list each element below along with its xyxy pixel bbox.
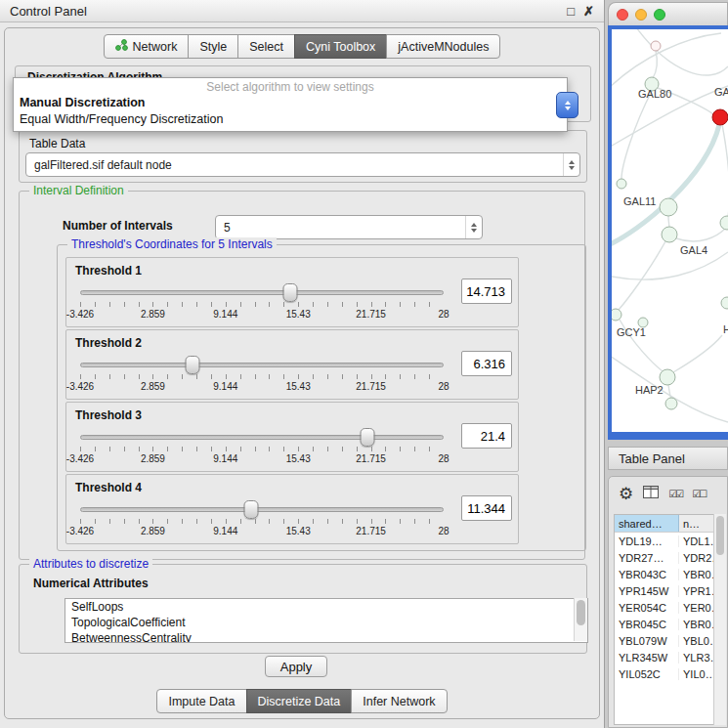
- network-edge: [676, 229, 725, 241]
- table-row[interactable]: YPR145WYPR1…: [615, 582, 714, 599]
- table-row[interactable]: YLR345WYLR3…: [615, 649, 714, 665]
- table-row[interactable]: YBR043CYBR0…: [615, 566, 714, 582]
- table-toolbar: ⚙ ☑☑ ☑☐: [609, 477, 727, 510]
- close-icon[interactable]: ✗: [583, 4, 594, 19]
- attributes-scrollbar[interactable]: [574, 598, 587, 641]
- apply-button[interactable]: Apply: [265, 656, 327, 677]
- network-canvas[interactable]: GAL80GAGAL11GAL4GCY1HAP2H: [612, 29, 728, 432]
- select-some-columns-icon[interactable]: ☑☐: [692, 489, 706, 499]
- tab-style[interactable]: Style: [188, 34, 238, 59]
- slider-scale: -3.4262.8599.14415.4321.71528: [80, 381, 444, 393]
- slider-thumb[interactable]: [243, 500, 258, 519]
- table-cell[interactable]: YIL052C: [615, 668, 679, 680]
- table-cell[interactable]: YIL0…: [679, 668, 714, 680]
- dropdown-arrows-icon[interactable]: [563, 153, 579, 176]
- table-cell[interactable]: YLR3…: [679, 652, 714, 664]
- table-cell[interactable]: YER054C: [615, 602, 679, 614]
- network-node[interactable]: [660, 369, 675, 385]
- control-panel-title: Control Panel: [10, 4, 558, 19]
- tab-jactivemnodules[interactable]: jActiveMNodules: [386, 34, 500, 59]
- network-node[interactable]: [651, 41, 661, 51]
- table-row[interactable]: YBL079WYBL0…: [615, 632, 714, 649]
- network-node[interactable]: [612, 309, 621, 321]
- table-cell[interactable]: YDR2…: [679, 552, 714, 564]
- slider-ticks: [80, 302, 444, 307]
- attribute-item[interactable]: TopologicalCoefficient: [65, 615, 587, 630]
- table-cell[interactable]: YPR1…: [679, 585, 714, 597]
- number-of-intervals-combo[interactable]: 5: [215, 215, 483, 239]
- gear-icon[interactable]: ⚙: [619, 486, 633, 502]
- network-node-selected[interactable]: [712, 109, 728, 125]
- table-cell[interactable]: YBL0…: [679, 635, 714, 647]
- table-cell[interactable]: YDR27…: [615, 552, 679, 564]
- table-cell[interactable]: YDL19…: [615, 535, 679, 547]
- table-cell[interactable]: YER0…: [679, 602, 714, 614]
- slider-thumb[interactable]: [360, 428, 374, 447]
- table-cell[interactable]: YBR045C: [615, 619, 679, 630]
- network-node[interactable]: [721, 297, 728, 309]
- scale-label: 2.859: [141, 309, 165, 320]
- attribute-item[interactable]: BetweennessCentrality: [65, 630, 587, 643]
- slider-thumb[interactable]: [282, 283, 297, 302]
- table-data-combo[interactable]: galFiltered.sif default node: [25, 152, 580, 177]
- table-cell[interactable]: YBL079W: [615, 635, 679, 647]
- network-node[interactable]: [662, 227, 677, 242]
- algorithm-combo-arrows-icon[interactable]: [556, 92, 578, 118]
- algorithm-option-equal-width[interactable]: Equal Width/Frequency Discretization: [14, 111, 567, 128]
- select-all-columns-icon[interactable]: ☑☑: [668, 489, 682, 499]
- table-cell[interactable]: YLR345W: [615, 652, 679, 664]
- threshold-slider[interactable]: -3.4262.8599.14415.4321.71528: [80, 356, 444, 397]
- table-row[interactable]: YDL19…YDL1…: [615, 533, 714, 549]
- network-node-label: GAL4: [680, 244, 707, 256]
- threshold-value-input[interactable]: [461, 495, 512, 521]
- slider-track[interactable]: [80, 507, 444, 512]
- control-panel-body: Network Style Select Cyni Toolbox jActiv…: [4, 27, 600, 719]
- restore-icon[interactable]: □: [567, 4, 575, 19]
- column-header-shared-name[interactable]: shared…: [615, 515, 679, 532]
- slider-track[interactable]: [80, 290, 444, 295]
- network-icon: [115, 39, 128, 54]
- tab-discretize-data[interactable]: Discretize Data: [246, 689, 353, 713]
- table-row[interactable]: YIL052CYIL0…: [615, 665, 714, 682]
- table-row[interactable]: YBR045CYBR0…: [615, 616, 714, 632]
- columns-icon[interactable]: [643, 485, 659, 502]
- slider-ticks: [80, 447, 444, 451]
- network-node[interactable]: [617, 179, 626, 189]
- tab-select[interactable]: Select: [237, 34, 295, 59]
- algorithm-option-manual[interactable]: Manual Discretization: [14, 95, 567, 111]
- threshold-slider[interactable]: -3.4262.8599.14415.4321.71528: [80, 428, 444, 469]
- tab-network[interactable]: Network: [104, 34, 190, 59]
- table-cell[interactable]: YDL1…: [679, 535, 714, 547]
- table-cell[interactable]: YBR0…: [679, 619, 714, 630]
- table-cell[interactable]: YBR0…: [679, 569, 714, 580]
- tab-cyni-toolbox[interactable]: Cyni Toolbox: [294, 34, 387, 59]
- network-node[interactable]: [660, 198, 677, 216]
- mac-close-button[interactable]: [617, 9, 628, 21]
- threshold-value-input[interactable]: [461, 423, 512, 449]
- network-window-titlebar: [608, 2, 728, 25]
- table-row[interactable]: YER054CYER0…: [615, 599, 714, 616]
- spinner-arrows-icon[interactable]: [465, 216, 482, 238]
- threshold-value-input[interactable]: [461, 351, 512, 376]
- slider-track[interactable]: [80, 363, 444, 367]
- network-edge: [673, 335, 722, 372]
- mac-zoom-button[interactable]: [654, 9, 665, 21]
- network-node[interactable]: [665, 398, 677, 409]
- table-cell[interactable]: YPR145W: [615, 585, 679, 597]
- numerical-attributes-list[interactable]: SelfLoopsTopologicalCoefficientBetweenne…: [64, 598, 588, 643]
- threshold-slider[interactable]: -3.4262.8599.14415.4321.71528: [80, 500, 444, 541]
- table-cell[interactable]: YBR043C: [615, 569, 679, 580]
- tab-infer-network[interactable]: Infer Network: [351, 689, 447, 713]
- threshold-slider[interactable]: -3.4262.8599.14415.4321.71528: [80, 283, 444, 324]
- threshold-value-input[interactable]: [461, 278, 512, 304]
- tab-impute-data[interactable]: Impute Data: [156, 689, 246, 713]
- column-header-name[interactable]: n…: [679, 515, 714, 532]
- mac-minimize-button[interactable]: [635, 9, 647, 21]
- table-row[interactable]: YDR27…YDR2…: [615, 549, 714, 566]
- table-scrollbar[interactable]: [713, 514, 726, 725]
- bottom-tabbar: Impute Data Discretize Data Infer Networ…: [5, 689, 599, 713]
- slider-thumb[interactable]: [186, 356, 200, 374]
- attribute-item[interactable]: SelfLoops: [65, 599, 587, 615]
- slider-track[interactable]: [80, 435, 444, 440]
- network-node[interactable]: [720, 216, 728, 230]
